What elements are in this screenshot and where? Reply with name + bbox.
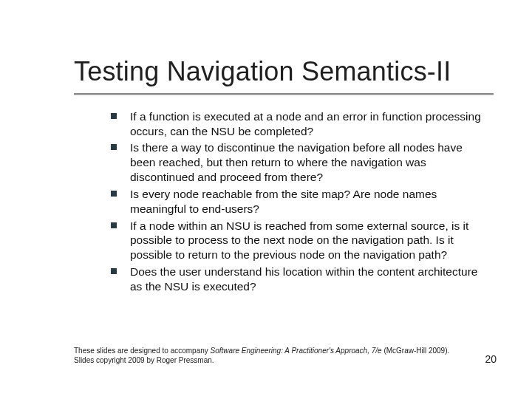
list-item: If a function is executed at a node and … (111, 109, 488, 139)
page-number: 20 (485, 353, 497, 365)
footer-prefix: These slides are designed to accompany (74, 347, 211, 355)
slide-title: Testing Navigation Semantics-II (74, 58, 494, 86)
list-item: Does the user understand his location wi… (111, 265, 488, 294)
bullet-list: If a function is executed at a node and … (111, 109, 488, 294)
content-area: If a function is executed at a node and … (0, 95, 532, 294)
list-item: Is there a way to discontinue the naviga… (111, 140, 488, 184)
list-item: Is every node reachable from the site ma… (111, 187, 488, 216)
footer-copy: These slides are designed to accompany S… (74, 347, 458, 365)
list-item: If a node within an NSU is reached from … (111, 219, 488, 262)
slide: Testing Navigation Semantics-II If a fun… (0, 0, 532, 399)
title-area: Testing Navigation Semantics-II (0, 0, 532, 86)
footer: These slides are designed to accompany S… (74, 347, 497, 365)
footer-book-title: Software Engineering: A Practitioner's A… (211, 347, 382, 355)
